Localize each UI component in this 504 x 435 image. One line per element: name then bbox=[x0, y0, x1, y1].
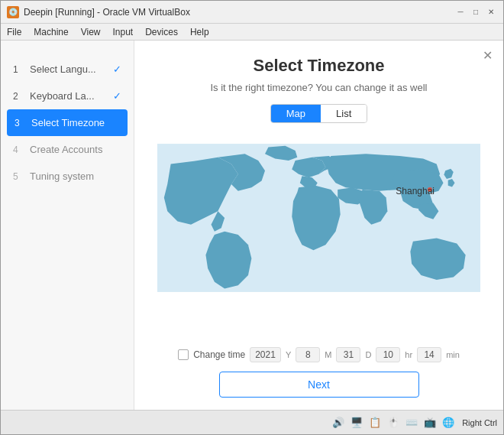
taskbar-icon-7: 🌐 bbox=[441, 415, 456, 430]
close-button[interactable]: ✕ bbox=[485, 6, 497, 18]
sidebar: 1 Select Langu... ✓ 2 Keyboard La... ✓ 3… bbox=[1, 41, 134, 410]
step-label-2: Keyboard La... bbox=[30, 90, 107, 102]
step-num-3: 3 bbox=[15, 118, 25, 128]
menu-help[interactable]: Help bbox=[184, 24, 215, 40]
step-label-3: Select Timezone bbox=[31, 117, 120, 128]
minimize-button[interactable]: ─ bbox=[454, 6, 467, 18]
titlebar: 💿 Deepin [Running] - Oracle VM VirtualBo… bbox=[1, 1, 503, 24]
time-row: Change time 2021 Y 8 M 31 D 10 hr 14 min bbox=[178, 347, 460, 362]
change-time-label: Change time bbox=[193, 349, 245, 360]
day-field[interactable]: 31 bbox=[336, 347, 360, 362]
view-toggle: Map List bbox=[270, 104, 368, 123]
menu-machine[interactable]: Machine bbox=[27, 24, 74, 40]
menu-devices[interactable]: Devices bbox=[139, 24, 184, 40]
taskbar-icon-1: 🔊 bbox=[331, 415, 346, 430]
check-icon-2: ✓ bbox=[113, 90, 121, 102]
hour-field[interactable]: 10 bbox=[376, 347, 400, 362]
app-icon: 💿 bbox=[7, 6, 19, 18]
step-num-5: 5 bbox=[13, 171, 24, 182]
map-view-button[interactable]: Map bbox=[271, 105, 321, 122]
minute-field[interactable]: 14 bbox=[417, 347, 441, 362]
step-label-1: Select Langu... bbox=[30, 63, 107, 75]
taskbar-icon-2: 🖥️ bbox=[349, 415, 364, 430]
check-icon-1: ✓ bbox=[113, 63, 121, 75]
step-num-4: 4 bbox=[13, 144, 24, 155]
day-unit: D bbox=[365, 350, 371, 359]
page-title: Select Timezone bbox=[254, 56, 385, 76]
taskbar-icon-4: 🖱️ bbox=[386, 415, 401, 430]
next-button[interactable]: Next bbox=[219, 372, 419, 398]
main-panel: Select Timezone Is it the right timezone… bbox=[134, 41, 503, 410]
window-title: Deepin [Running] - Oracle VM VirtualBox bbox=[24, 7, 454, 18]
month-unit: M bbox=[325, 350, 331, 359]
window-controls: ─ □ ✕ bbox=[454, 6, 497, 18]
menu-view[interactable]: View bbox=[75, 24, 107, 40]
sidebar-step-3[interactable]: 3 Select Timezone bbox=[7, 109, 128, 136]
year-field[interactable]: 2021 bbox=[250, 347, 281, 362]
svg-point-1 bbox=[428, 187, 432, 192]
page-subtitle: Is it the right timezone? You can change… bbox=[210, 82, 427, 93]
taskbar: 🔊 🖥️ 📋 🖱️ ⌨️ 📺 🌐 Right Ctrl bbox=[1, 410, 503, 434]
sidebar-step-4: 4 Create Accounts bbox=[1, 136, 134, 163]
sidebar-step-2[interactable]: 2 Keyboard La... ✓ bbox=[1, 83, 134, 109]
sidebar-step-5: 5 Tuning system bbox=[1, 163, 134, 190]
step-label-4: Create Accounts bbox=[30, 144, 121, 155]
year-unit: Y bbox=[286, 350, 291, 359]
taskbar-icon-5: ⌨️ bbox=[404, 415, 419, 430]
maximize-button[interactable]: □ bbox=[470, 6, 482, 18]
month-field[interactable]: 8 bbox=[296, 347, 320, 362]
hour-unit: hr bbox=[405, 350, 412, 359]
change-time-checkbox[interactable] bbox=[178, 349, 189, 360]
map-container[interactable]: Shanghai bbox=[157, 134, 480, 339]
close-icon[interactable]: ✕ bbox=[483, 48, 493, 63]
world-map[interactable] bbox=[157, 134, 480, 302]
taskbar-icon-6: 📺 bbox=[422, 415, 438, 430]
minute-unit: min bbox=[446, 350, 460, 359]
taskbar-icon-3: 📋 bbox=[367, 415, 383, 430]
list-view-button[interactable]: List bbox=[321, 105, 367, 122]
step-num-1: 1 bbox=[13, 64, 24, 75]
sidebar-step-1[interactable]: 1 Select Langu... ✓ bbox=[1, 56, 134, 83]
menu-input[interactable]: Input bbox=[107, 24, 140, 40]
step-num-2: 2 bbox=[13, 91, 24, 102]
menu-file[interactable]: File bbox=[1, 24, 27, 40]
step-label-5: Tuning system bbox=[30, 170, 121, 182]
right-ctrl-label: Right Ctrl bbox=[462, 418, 497, 427]
content-area: ✕ 1 Select Langu... ✓ 2 Keyboard La... ✓… bbox=[1, 41, 503, 410]
menubar: File Machine View Input Devices Help bbox=[1, 24, 503, 41]
virtualbox-window: 💿 Deepin [Running] - Oracle VM VirtualBo… bbox=[0, 0, 504, 435]
